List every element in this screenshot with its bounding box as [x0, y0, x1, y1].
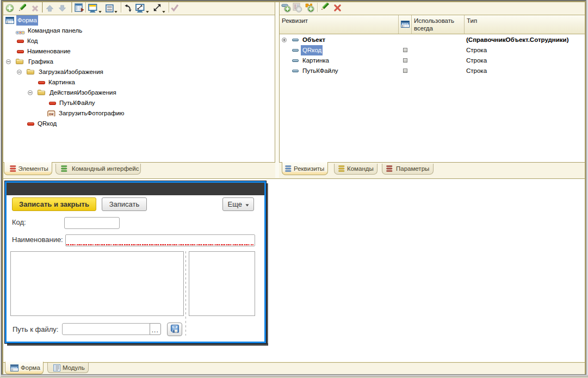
svg-text:ок: ок: [49, 111, 54, 116]
